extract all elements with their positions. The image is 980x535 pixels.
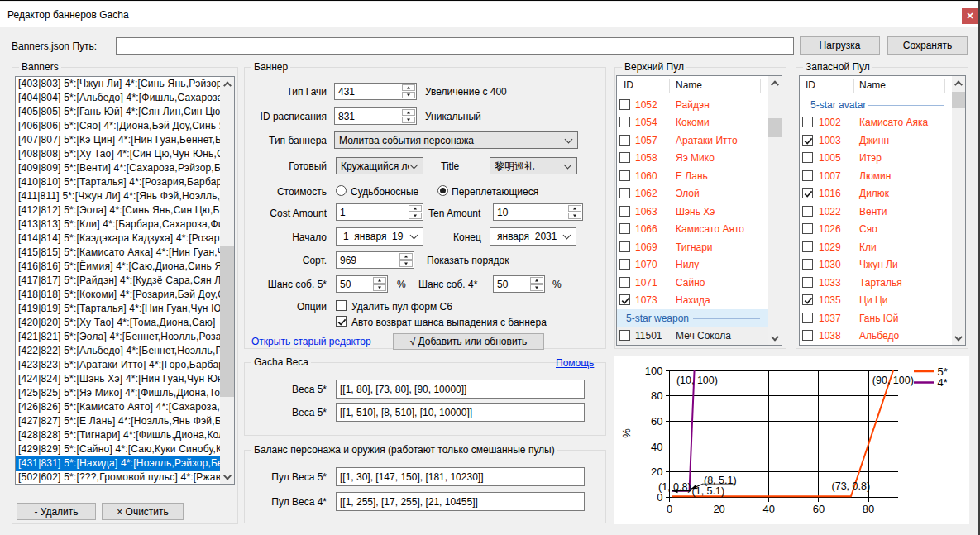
unchecked-checkbox[interactable] xyxy=(619,330,630,341)
open-old-editor-link[interactable]: Открыть старый редактор xyxy=(251,336,371,347)
delete-banner-button[interactable]: - Удалить xyxy=(17,503,96,520)
unchecked-checkbox[interactable] xyxy=(619,241,630,252)
scroll-thumb[interactable] xyxy=(768,118,782,137)
unchecked-checkbox[interactable] xyxy=(619,170,630,181)
unchecked-checkbox[interactable] xyxy=(802,241,813,252)
scroll-thumb[interactable] xyxy=(220,246,234,397)
spin-down-icon[interactable] xyxy=(373,284,386,291)
begin-date-picker[interactable]: 1 января 19 xyxy=(336,227,423,246)
auto-return-checkbox[interactable] xyxy=(336,316,347,327)
spin-up-icon[interactable] xyxy=(373,277,386,284)
schedule-id-spinner[interactable]: 831 xyxy=(334,107,417,125)
checked-checkbox[interactable] xyxy=(802,294,813,305)
banner-type-select[interactable]: Молитва события персонажа xyxy=(334,131,578,149)
spin-down-icon[interactable] xyxy=(409,213,422,219)
spin-up-icon[interactable] xyxy=(402,84,415,91)
spin-down-icon[interactable] xyxy=(402,92,415,98)
pool-list-item[interactable]: 1070Нилу xyxy=(617,256,768,275)
pool-list-item[interactable]: 1060Е Лань xyxy=(617,167,768,185)
banner-list-item[interactable]: [420|820] 5*:[Ху Тао] 4*:[Тома,Диона,Саю… xyxy=(16,316,220,330)
spin-up-icon[interactable] xyxy=(530,277,543,284)
scroll-thumb[interactable] xyxy=(952,92,965,108)
scroll-up-button[interactable] xyxy=(768,76,782,90)
save-button[interactable]: Сохранять xyxy=(887,36,968,55)
pool-weights4-input[interactable]: [[1, 255], [17, 255], [21, 10455]] xyxy=(336,492,585,511)
checked-checkbox[interactable] xyxy=(802,135,813,146)
chance4-spinner[interactable]: 50 xyxy=(493,275,545,293)
cost-amount-spinner[interactable]: 1 xyxy=(336,203,423,221)
column-name[interactable]: Name xyxy=(859,79,886,91)
banners-listbox[interactable]: [403|803] 5*:[Чжун Ли] 4*:[Синь Янь,Рэйз… xyxy=(15,76,235,485)
banner-list-item[interactable]: [428|828] 5*:[Тигнари] 4*:[Фишль,Диона,К… xyxy=(16,428,220,442)
banner-list-item[interactable]: [414|814] 5*:[Каэдэхара Кадзуха] 4*:[Роз… xyxy=(16,232,220,246)
checked-checkbox[interactable] xyxy=(802,188,813,198)
banner-list-item[interactable]: [421|821] 5*:[Эола] 4*:[Беннет,Ноэлль,Ро… xyxy=(16,330,220,344)
unchecked-checkbox[interactable] xyxy=(802,259,813,270)
list-group-header[interactable]: 5-star weapon xyxy=(617,309,768,327)
cost-radio-fate[interactable] xyxy=(336,185,347,196)
banner-list-item[interactable]: [412|812] 5*:[Эола] 4*:[Синь Янь,Син Цю,… xyxy=(16,203,220,217)
pool-list-item[interactable]: 1062Элой xyxy=(617,185,768,203)
unchecked-checkbox[interactable] xyxy=(802,223,813,234)
pool-list-item[interactable]: 1002Камисато Аяка xyxy=(800,114,952,132)
reserve-pool-scrollbar[interactable] xyxy=(952,76,965,345)
unchecked-checkbox[interactable] xyxy=(802,170,813,181)
unchecked-checkbox[interactable] xyxy=(619,277,630,288)
pool-list-item[interactable]: 1071Сайно xyxy=(617,274,768,292)
title-select[interactable]: 黎明巡礼 xyxy=(490,157,577,174)
spin-down-icon[interactable] xyxy=(399,260,413,267)
banner-list-item[interactable]: [431|831] 5*:[Нахида] 4*:[Ноэлль,Рэйзор,… xyxy=(16,456,220,471)
unchecked-checkbox[interactable] xyxy=(619,99,630,110)
spin-down-icon[interactable] xyxy=(402,117,415,123)
cost-radio-intertwined[interactable] xyxy=(437,185,448,196)
upper-pool-scrollbar[interactable] xyxy=(768,76,782,345)
weights4-input[interactable]: [[1, 510], [8, 510], [10, 10000]] xyxy=(336,403,585,422)
scroll-down-button[interactable] xyxy=(768,331,782,345)
banner-list-item[interactable]: [427|827] 5*:[Е Лань] 4*:[Ноэлль,Янь Фэй… xyxy=(16,414,220,428)
help-link[interactable]: Помощь xyxy=(556,357,594,369)
pool-list-item[interactable]: 1069Тигнари xyxy=(617,238,768,256)
column-id[interactable]: ID xyxy=(806,79,815,91)
end-date-picker[interactable]: января 2031 xyxy=(490,227,576,246)
pool-list-item[interactable]: 1016Дилюк xyxy=(800,185,952,203)
scroll-up-button[interactable] xyxy=(220,77,234,91)
banner-list-item[interactable]: [423|823] 5*:[Аратаки Итто] 4*:[Горо,Бар… xyxy=(16,358,220,372)
sort-spinner[interactable]: 969 xyxy=(336,251,414,269)
banner-list-item[interactable]: [422|822] 5*:[Альбедо] 4*:[Беннет,Ноэлль… xyxy=(16,344,220,358)
clear-banners-button[interactable]: × Очистить xyxy=(102,503,184,520)
pool-list-item[interactable]: 1022Венти xyxy=(800,203,952,221)
banner-list-item[interactable]: [409|809] 5*:[Венти] 4*:[Сахароза,Рэйзор… xyxy=(16,161,220,175)
spin-up-icon[interactable] xyxy=(409,205,422,212)
banner-list-item[interactable]: [406|806] 5*:[Сяо] 4*:[Диона,Бэй Доу,Син… xyxy=(16,119,220,133)
pool-list-item[interactable]: 1030Чжун Ли xyxy=(800,256,952,275)
ten-amount-spinner[interactable]: 10 xyxy=(493,203,583,221)
unchecked-checkbox[interactable] xyxy=(619,188,630,198)
unchecked-checkbox[interactable] xyxy=(802,206,813,217)
chance5-spinner[interactable]: 50 xyxy=(336,275,388,293)
prefab-select[interactable]: Кружащийся ле xyxy=(336,157,423,174)
banner-list-item[interactable]: [415|815] 5*:[Камисато Аяка] 4*:[Нин Гуа… xyxy=(16,246,220,260)
unchecked-checkbox[interactable] xyxy=(802,152,813,163)
banner-list-item[interactable]: [418|818] 5*:[Кокоми] 4*:[Розария,Бэй До… xyxy=(16,288,220,302)
unchecked-checkbox[interactable] xyxy=(802,330,813,341)
upper-pool-listview[interactable]: ID Name 1052Райдэн1054Кокоми1057Аратаки … xyxy=(616,75,782,346)
unchecked-checkbox[interactable] xyxy=(802,117,813,127)
banner-list-item[interactable]: [426|826] 5*:[Камисато Аято] 4*:[Сахароз… xyxy=(16,400,220,414)
spin-down-icon[interactable] xyxy=(530,284,543,291)
banner-list-item[interactable]: [410|810] 5*:[Тарталья] 4*:[Розария,Барб… xyxy=(16,175,220,189)
banner-list-item[interactable]: [405|805] 5*:[Гань Юй] 4*:[Сян Лин,Син Ц… xyxy=(16,105,220,119)
pool-list-item[interactable]: 1057Аратаки Итто xyxy=(617,131,768,150)
spin-up-icon[interactable] xyxy=(402,109,415,116)
unchecked-checkbox[interactable] xyxy=(619,259,630,270)
pool-list-item[interactable]: 1037Гань Юй xyxy=(800,309,952,327)
remove-pool-checkbox[interactable] xyxy=(336,300,347,311)
banner-list-item[interactable]: [403|803] 5*:[Чжун Ли] 4*:[Синь Янь,Рэйз… xyxy=(16,77,220,91)
pool-list-item[interactable]: 1035Ци Ци xyxy=(800,292,952,310)
unchecked-checkbox[interactable] xyxy=(802,313,813,323)
banner-list-item[interactable]: [502|602] 5*:[???,Громовой пульс] 4*:[Рж… xyxy=(16,471,220,484)
pool-list-item[interactable]: 1005Итэр xyxy=(800,150,952,168)
unchecked-checkbox[interactable] xyxy=(619,152,630,163)
pool-list-item[interactable]: 1063Шэнь Хэ xyxy=(617,203,768,221)
banner-list-item[interactable]: [404|804] 5*:[Альбедо] 4*:[Фишль,Сахароз… xyxy=(16,91,220,105)
pool-list-item[interactable]: 1058Яэ Мико xyxy=(617,150,768,168)
